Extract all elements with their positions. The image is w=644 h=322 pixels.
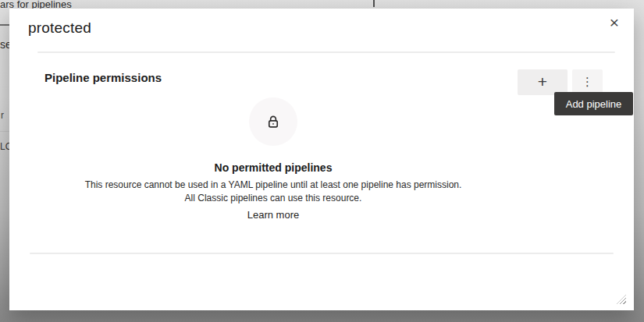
empty-state-icon-circle [249,97,297,146]
header-divider [37,51,615,53]
add-pipeline-tooltip: Add pipeline [554,92,633,115]
lock-icon [265,114,281,129]
background-text-fragment: r [1,110,4,121]
close-icon: × [610,14,619,30]
empty-state-description-line1: This resource cannot be used in a YAML p… [30,179,517,192]
empty-state-title: No permitted pipelines [30,161,517,174]
learn-more-link[interactable]: Learn more [247,209,299,221]
resize-handle[interactable] [617,295,626,304]
close-button[interactable]: × [603,11,625,33]
empty-state: No permitted pipelines This resource can… [30,161,517,221]
content-divider [30,253,614,254]
tooltip-label: Add pipeline [566,98,622,110]
pipeline-permissions-dialog: protected × Pipeline permissions + ⋮ Add… [9,9,634,310]
empty-state-description-line2: All Classic pipelines can use this resou… [30,192,517,205]
section-heading: Pipeline permissions [44,71,162,84]
kebab-menu-icon: ⋮ [582,76,593,88]
dialog-title: protected [28,19,91,37]
plus-icon: + [538,73,547,90]
background-column-divider [373,0,375,7]
